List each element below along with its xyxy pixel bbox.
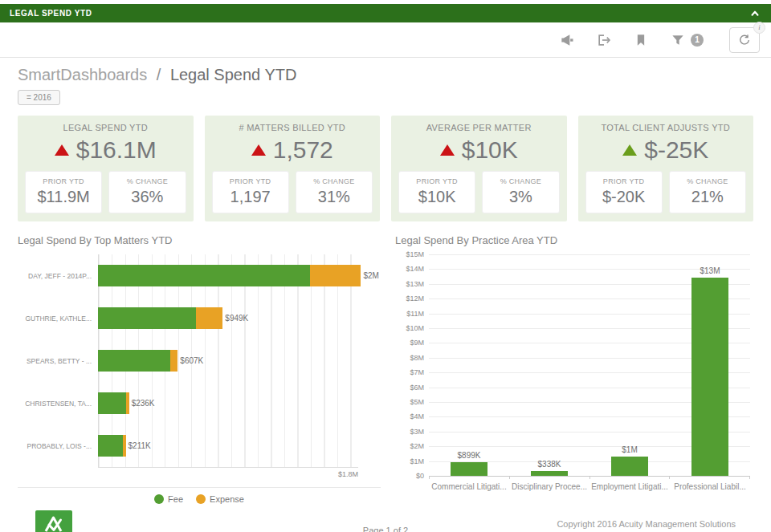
matter-row: DAY, JEFF - 2014P...$2M [18, 254, 381, 297]
matter-row: GUTHRIE, KATHLE...$949K [18, 297, 381, 339]
category-label: Disciplinary Procee... [509, 479, 589, 491]
stacked-bar: $607K [98, 350, 381, 372]
fee-bar-segment[interactable] [98, 435, 123, 457]
content-area: SmartDashboards / Legal Spend YTD = 2016… [0, 58, 771, 532]
kpi-title: LEGAL SPEND YTD [25, 123, 186, 132]
toolbar: 1 i [0, 22, 771, 58]
refresh-button[interactable]: i [729, 27, 760, 53]
practice-area-bar[interactable] [531, 471, 568, 476]
y-axis-tick-label: $0 [416, 472, 429, 480]
practice-area-bar[interactable] [611, 457, 648, 476]
kpi-card-legal-spend[interactable]: LEGAL SPEND YTD $16.1M PRIOR YTD $11.9M … [18, 116, 194, 221]
matter-label: GUTHRIE, KATHLE... [18, 315, 98, 323]
page-title: Legal Spend YTD [170, 66, 297, 83]
breadcrumb-root-link[interactable]: SmartDashboards [18, 66, 147, 83]
kpi-prior-value: $10K [402, 188, 472, 206]
kpi-change-label: % CHANGE [299, 177, 369, 185]
practice-area-bar[interactable] [451, 462, 487, 476]
x-axis-category-labels: Commercial Litigati...Disciplinary Proce… [429, 479, 750, 491]
stacked-bar: $211K [98, 435, 381, 457]
filter-icon[interactable] [670, 32, 686, 48]
fee-bar-segment[interactable] [98, 392, 126, 414]
y-axis-tick-label: $4M [410, 412, 429, 420]
filter-control: 1 [670, 32, 704, 48]
kpi-prior-card: PRIOR YTD $11.9M [25, 171, 102, 213]
bar-value-label: $236K [132, 399, 155, 408]
category-label: Commercial Litigati... [429, 479, 509, 491]
collapse-chevron-up-icon[interactable] [749, 8, 761, 19]
kpi-change-card: % CHANGE 31% [296, 171, 373, 213]
legend-item[interactable]: Fee [154, 494, 183, 504]
kpi-prior-label: PRIOR YTD [215, 177, 286, 185]
trend-up-icon [622, 144, 637, 156]
chart-title: Legal Spend By Top Matters YTD [18, 234, 381, 246]
fee-bar-segment[interactable] [98, 350, 170, 372]
kpi-title: # MATTERS BILLED YTD [212, 123, 373, 132]
kpi-card-matters-billed[interactable]: # MATTERS BILLED YTD 1,572 PRIOR YTD 1,1… [205, 116, 381, 221]
fee-bar-segment[interactable] [98, 307, 196, 329]
bar-value-label: $899K [458, 451, 481, 460]
top-matters-chart: Legal Spend By Top Matters YTD DAY, JEFF… [18, 234, 381, 504]
kpi-prior-label: PRIOR YTD [28, 177, 99, 185]
expense-bar-segment[interactable] [170, 350, 177, 372]
bar-column: $1M [589, 254, 670, 476]
y-axis-tick-label: $15M [406, 250, 429, 258]
kpi-value: $16.1M [76, 136, 157, 164]
fee-bar-segment[interactable] [98, 265, 310, 286]
bookmark-icon[interactable] [633, 32, 649, 48]
dashboard-titlebar: LEGAL SPEND YTD [0, 4, 771, 22]
kpi-row: LEGAL SPEND YTD $16.1M PRIOR YTD $11.9M … [18, 116, 753, 221]
legend-label: Fee [168, 494, 183, 504]
bar-value-label: $2M [363, 271, 378, 280]
y-axis-tick-label: $13M [406, 280, 429, 288]
expense-bar-segment[interactable] [196, 307, 222, 329]
kpi-card-average-per-matter[interactable]: AVERAGE PER MATTER $10K PRIOR YTD $10K %… [391, 116, 567, 221]
kpi-change-value: 3% [485, 188, 556, 206]
kpi-change-card: % CHANGE 21% [669, 171, 746, 213]
kpi-change-label: % CHANGE [112, 177, 182, 185]
copyright-line1: Copyright 2016 Acuity Management Solutio… [408, 518, 736, 530]
kpi-change-value: 31% [299, 188, 369, 206]
breadcrumb: SmartDashboards / Legal Spend YTD [18, 66, 753, 84]
y-axis-tick-label: $14M [406, 265, 429, 273]
trend-up-icon [251, 144, 266, 156]
info-badge[interactable]: i [753, 22, 765, 34]
matter-label: CHRISTENSEN, TA... [18, 400, 98, 408]
x-axis-line: $0 [429, 476, 750, 477]
y-axis-tick-label: $6M [410, 384, 429, 392]
kpi-value: $10K [462, 136, 518, 164]
expense-bar-segment[interactable] [123, 435, 125, 457]
kpi-change-value: 21% [672, 188, 743, 206]
legend-label: Expense [210, 494, 244, 504]
year-filter-chip[interactable]: = 2016 [18, 90, 60, 105]
y-axis-tick-label: $9M [410, 339, 429, 347]
announce-icon[interactable] [559, 32, 575, 48]
bar-column: $13M [670, 254, 750, 476]
trend-up-icon [440, 144, 455, 156]
expense-bar-segment[interactable] [310, 265, 361, 286]
y-axis-tick-label: $12M [406, 294, 429, 303]
legend-item[interactable]: Expense [196, 494, 244, 504]
matter-label: DAY, JEFF - 2014P... [18, 272, 98, 280]
kpi-change-value: 36% [112, 188, 182, 206]
matter-label: PROBABLY, LOIS -... [18, 442, 98, 450]
export-icon[interactable] [596, 32, 612, 48]
practice-area-plot: $15M$14M$13M$12M$11M$10M$9M$8M$7M$6M$5M$… [429, 254, 750, 476]
chart-title: Legal Spend By Practice Area YTD [395, 234, 753, 246]
breadcrumb-separator: / [157, 66, 161, 83]
chart-legend: FeeExpense [18, 487, 381, 504]
kpi-card-client-adjusts[interactable]: TOTAL CLIENT ADJUSTS YTD $-25K PRIOR YTD… [578, 116, 754, 221]
practice-area-bar[interactable] [691, 278, 728, 476]
acuity-logo[interactable]: ACUITY E L M™ [35, 510, 72, 532]
top-matters-plot: DAY, JEFF - 2014P...$2MGUTHRIE, KATHLE..… [18, 254, 381, 467]
kpi-prior-card: PRIOR YTD 1,197 [212, 171, 289, 213]
bar-column: $338K [509, 254, 589, 476]
expense-bar-segment[interactable] [126, 392, 129, 414]
matter-row: SPEARS, BETTY - ...$607K [18, 339, 381, 382]
category-label: Professional Liabil... [670, 479, 750, 491]
kpi-change-card: % CHANGE 36% [108, 171, 186, 213]
copyright: Copyright 2016 Acuity Management Solutio… [408, 518, 736, 532]
x-axis: $1.8M [98, 467, 358, 480]
bar-value-label: $13M [700, 266, 720, 275]
kpi-prior-label: PRIOR YTD [402, 177, 472, 185]
